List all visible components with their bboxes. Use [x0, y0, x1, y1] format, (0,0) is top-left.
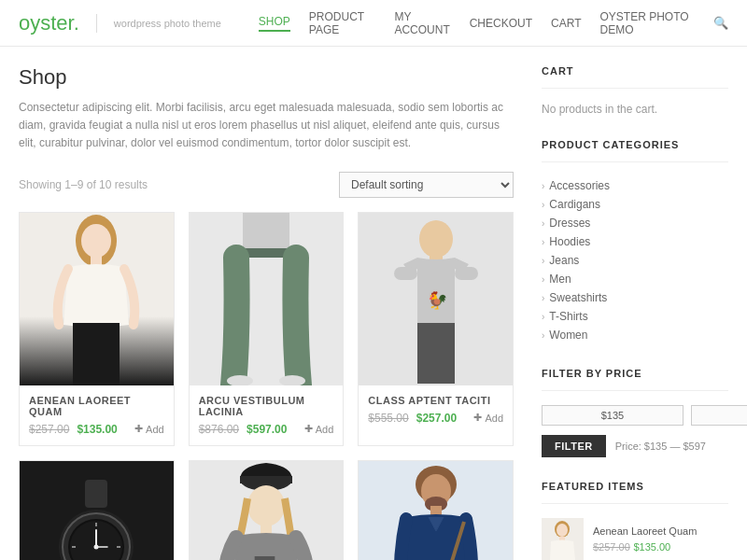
- product-info: ARCU VESTIBULUM LACINIA $876.00 $597.00 …: [190, 385, 344, 445]
- price-sale: $597.00: [247, 423, 287, 436]
- svg-point-29: [247, 485, 285, 526]
- plus-icon: ✚: [473, 412, 482, 424]
- category-item[interactable]: ›Jeans: [542, 251, 728, 270]
- price-max-input[interactable]: [691, 405, 747, 426]
- filter-title: FILTER BY PRICE: [542, 368, 728, 379]
- category-item[interactable]: ›Hoodies: [542, 232, 728, 251]
- product-grid: AENEAN LAOREET QUAM $257.00 $135.00 ✚ Ad…: [19, 212, 514, 560]
- category-item[interactable]: ›Accessories: [542, 176, 728, 195]
- chevron-icon: ›: [542, 312, 544, 322]
- price-filter-inputs: [542, 405, 728, 426]
- plus-icon: ✚: [304, 423, 313, 435]
- categories-section: PRODUCT CATEGORIES ›Accessories ›Cardiga…: [542, 139, 728, 344]
- svg-point-1: [81, 224, 111, 258]
- category-item[interactable]: ›Women: [542, 326, 728, 344]
- category-list: ›Accessories ›Cardigans ›Dresses ›Hoodie…: [542, 176, 728, 344]
- cart-section: CART No products in the cart.: [542, 65, 728, 116]
- svg-rect-4: [243, 213, 289, 250]
- price-original: $555.00: [368, 412, 408, 425]
- product-prices: $876.00 $597.00 ✚ Add: [199, 423, 334, 436]
- plus-icon: ✚: [134, 423, 143, 435]
- price-filter-section: FILTER BY PRICE FILTER Price: $135 — $59…: [542, 368, 728, 457]
- product-image: [359, 461, 513, 560]
- filter-button[interactable]: FILTER: [542, 435, 606, 457]
- add-to-cart-button[interactable]: ✚ Add: [473, 412, 503, 424]
- category-item[interactable]: ›T-Shirts: [542, 307, 728, 326]
- nav-shop[interactable]: SHOP: [259, 15, 290, 32]
- price-sale: $257.00: [416, 412, 457, 425]
- svg-point-25: [94, 544, 99, 549]
- svg-rect-3: [73, 323, 120, 385]
- svg-text:E: E: [252, 549, 277, 560]
- product-card[interactable]: ARCU VESTIBULUM LACINIA $876.00 $597.00 …: [189, 212, 345, 446]
- nav-cart[interactable]: CART: [551, 17, 581, 30]
- svg-text:🐓: 🐓: [427, 290, 448, 311]
- cart-empty-text: No products in the cart.: [542, 103, 728, 116]
- sort-select[interactable]: Default sorting Sort by popularity Sort …: [339, 172, 514, 198]
- divider: [542, 161, 728, 162]
- category-item[interactable]: ›Dresses: [542, 214, 728, 232]
- price-original: $257.00: [29, 423, 69, 436]
- svg-point-8: [419, 220, 453, 258]
- chevron-icon: ›: [542, 237, 544, 247]
- category-item[interactable]: ›Cardigans: [542, 195, 728, 214]
- add-to-cart-button[interactable]: ✚ Add: [134, 423, 164, 435]
- featured-info: Aenean Laoreet Quam $257.00 $135.00: [593, 525, 697, 553]
- divider: [542, 503, 728, 504]
- main-content: Shop Consectetur adipiscing elit. Morbi …: [19, 65, 514, 560]
- featured-item[interactable]: Aenean Laoreet Quam $257.00 $135.00: [542, 518, 728, 560]
- price-range-text: Price: $135 — $597: [615, 441, 706, 452]
- product-image: E: [190, 461, 344, 560]
- featured-thumb: [542, 518, 584, 560]
- product-prices: $257.00 $135.00 ✚ Add: [29, 423, 164, 436]
- logo-text: yster.: [30, 11, 79, 35]
- nav-checkout[interactable]: CHECKOUT: [470, 17, 532, 30]
- product-card[interactable]: AENEAN LAOREET QUAM $257.00 $135.00 ✚ Ad…: [19, 212, 175, 446]
- category-item[interactable]: ›Sweatshirts: [542, 288, 728, 307]
- divider: [542, 390, 728, 391]
- search-icon[interactable]: 🔍: [713, 16, 728, 30]
- divider: [542, 88, 728, 89]
- logo-area: oyster. wordpress photo theme: [19, 11, 221, 35]
- chevron-icon: ›: [542, 218, 544, 229]
- featured-price-sale: $135.00: [633, 541, 670, 553]
- featured-price-original: $257.00: [593, 541, 630, 553]
- product-name: AENEAN LAOREET QUAM: [29, 395, 164, 417]
- chevron-icon: ›: [542, 274, 544, 285]
- svg-rect-28: [240, 476, 292, 483]
- product-image: 🐓: [359, 213, 513, 385]
- categories-title: PRODUCT CATEGORIES: [542, 139, 728, 150]
- sidebar: CART No products in the cart. PRODUCT CA…: [542, 65, 728, 560]
- chevron-icon: ›: [542, 200, 544, 210]
- shop-description: Consectetur adipiscing elit. Morbi facil…: [19, 99, 514, 153]
- product-name: ARCU VESTIBULUM LACINIA: [199, 395, 334, 417]
- svg-rect-12: [455, 267, 478, 280]
- product-image: [20, 461, 174, 560]
- chevron-icon: ›: [542, 330, 544, 341]
- featured-item-name: Aenean Laoreet Quam: [593, 525, 697, 537]
- product-card[interactable]: E ✚ Add: [189, 460, 345, 560]
- price-sale: $135.00: [77, 423, 117, 436]
- product-card[interactable]: 🐓 CLASS APTENT TACITI $555.00 $257.00: [358, 212, 514, 446]
- product-name: CLASS APTENT TACITI: [368, 395, 503, 406]
- nav-oyster-demo[interactable]: OYSTER PHOTO DEMO: [599, 10, 695, 36]
- nav-my-account[interactable]: MY ACCOUNT: [394, 10, 450, 36]
- main-nav: SHOP PRODUCT PAGE MY ACCOUNT CHECKOUT CA…: [259, 10, 728, 36]
- page-layout: Shop Consectetur adipiscing elit. Morbi …: [0, 47, 747, 560]
- product-card[interactable]: ✚ Add: [358, 460, 514, 560]
- add-to-cart-button[interactable]: ✚ Add: [304, 423, 334, 435]
- svg-rect-14: [85, 480, 107, 508]
- price-original: $876.00: [199, 423, 239, 436]
- site-header: oyster. wordpress photo theme SHOP PRODU…: [0, 0, 747, 47]
- nav-product-page[interactable]: PRODUCT PAGE: [309, 10, 376, 36]
- cart-title: CART: [542, 65, 728, 77]
- price-min-input[interactable]: [542, 405, 684, 426]
- category-item[interactable]: ›Men: [542, 270, 728, 288]
- product-card[interactable]: ✚ Add: [19, 460, 175, 560]
- product-image: [190, 213, 344, 385]
- product-info: AENEAN LAOREET QUAM $257.00 $135.00 ✚ Ad…: [20, 385, 174, 445]
- featured-title: FEATURED ITEMS: [542, 481, 728, 492]
- site-logo[interactable]: oyster.: [19, 11, 79, 35]
- product-info: CLASS APTENT TACITI $555.00 $257.00 ✚ Ad…: [359, 385, 513, 434]
- chevron-icon: ›: [542, 256, 544, 266]
